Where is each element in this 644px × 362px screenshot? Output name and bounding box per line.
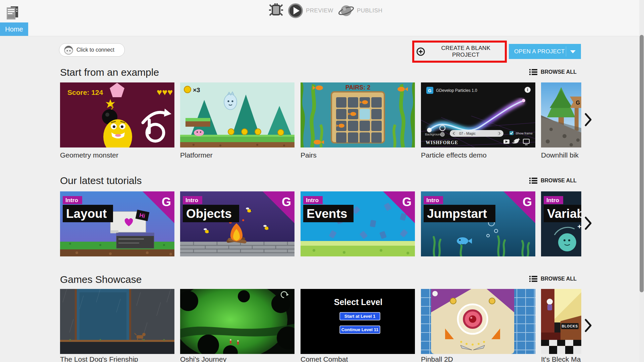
chevron-right-icon: [584, 216, 592, 230]
objects-tutorial-thumbnail: G Intro Objects: [180, 191, 294, 256]
select-level-title: Select Level: [334, 297, 383, 307]
scrollbar-thumb[interactable]: [640, 35, 644, 292]
list-icon: [529, 177, 537, 184]
list-icon: [529, 69, 537, 75]
sign-letter: G: [576, 100, 580, 106]
showcase-next-button[interactable]: [584, 318, 592, 334]
plus-circle-icon: [416, 47, 425, 56]
intro-badge: Intro: [426, 197, 439, 203]
showcase-card-bleck[interactable]: BLOCKS: [541, 289, 581, 354]
gdevelop-logo: G: [282, 195, 291, 209]
bleck-thumbnail: BLOCKS: [541, 289, 581, 354]
chevron-right-icon: [584, 318, 592, 333]
particles-app-title: GDevelop Particles 1.0: [436, 88, 477, 93]
tutorial-card-objects[interactable]: G Intro Objects: [180, 191, 294, 256]
svg-text:i: i: [527, 87, 528, 92]
tutorial-card-layout[interactable]: Hi G Intro Layout: [60, 191, 174, 256]
section-title-examples: Start from an example: [60, 67, 159, 78]
svg-text:♥♥♥: ♥♥♥: [157, 87, 173, 97]
annotation-highlight-box: CREATE A BLANK PROJECT: [412, 41, 507, 63]
stacked-documents-icon: [3, 3, 19, 19]
card-title: It's Bleck Ma: [541, 355, 581, 362]
example-card-pairs[interactable]: PAIRS: 2: [301, 82, 415, 147]
continue-level-button-label: Continue Level 11: [341, 327, 379, 332]
browse-all-label: BROWSE ALL: [541, 276, 577, 282]
showcase-card-comet-combat[interactable]: Select Level Start at Level 1 Continue L…: [301, 289, 415, 354]
browse-all-examples-button[interactable]: BROWSE ALL: [529, 69, 577, 75]
browse-all-tutorials-button[interactable]: BROWSE ALL: [529, 177, 577, 184]
connect-label: Click to connect: [76, 47, 114, 53]
card-title: Platformer: [180, 151, 294, 159]
preset-label: 07 - Magic: [459, 131, 476, 135]
card-title: Comet Combat: [301, 355, 415, 362]
tutorial-word: Variab: [547, 207, 581, 221]
chevron-right-icon: [584, 113, 592, 127]
geometry-monster-thumbnail: Score: 124 ♥♥♥: [60, 82, 174, 147]
showcase-card-oshi[interactable]: [180, 289, 294, 354]
tutorial-word: Events: [307, 207, 347, 221]
browse-all-showcase-button[interactable]: BROWSE ALL: [529, 276, 577, 282]
pairs-thumbnail: PAIRS: 2: [301, 82, 415, 147]
coin-counter-label: ×3: [193, 86, 200, 94]
pairs-header-label: PAIRS: 2: [345, 84, 371, 91]
example-card-geometry-monster[interactable]: Score: 124 ♥♥♥: [60, 82, 174, 147]
jumpstart-tutorial-thumbnail: G Intro Jumpstart: [421, 191, 535, 256]
comet-combat-thumbnail: Select Level Start at Level 1 Continue L…: [301, 289, 415, 354]
card-title: Oshi's Journey: [180, 355, 294, 362]
browse-all-label: BROWSE ALL: [541, 178, 577, 184]
lost-dog-thumbnail: [60, 289, 174, 354]
tab-home[interactable]: Home: [0, 22, 28, 36]
tutorials-next-button[interactable]: [584, 216, 592, 232]
open-project-divider: [566, 47, 566, 56]
showcase-card-pinball[interactable]: [421, 289, 535, 354]
gdevelop-logo: G: [523, 195, 532, 209]
example-card-platformer[interactable]: ×3: [180, 82, 294, 147]
platformer-thumbnail: ×3: [180, 82, 294, 147]
events-tutorial-thumbnail: G Intro Events: [301, 191, 415, 256]
downhill-thumbnail: G: [541, 82, 581, 147]
blocks-sign-label: BLOCKS: [562, 324, 578, 328]
example-card-particle-effects[interactable]: G GDevelop Particles 1.0 i Background 07…: [421, 82, 535, 147]
intro-badge: Intro: [185, 197, 198, 203]
gdevelop-logo: G: [402, 195, 412, 209]
publish-label: PUBLISH: [357, 7, 382, 14]
debugger-button[interactable]: [269, 3, 283, 19]
connect-button[interactable]: Click to connect: [59, 43, 125, 57]
preview-button[interactable]: PREVIEW: [288, 3, 333, 18]
create-blank-project-button[interactable]: CREATE A BLANK PROJECT: [414, 45, 505, 59]
avatar-icon: [64, 46, 73, 55]
tutorial-word: Objects: [186, 207, 232, 221]
tutorials-carousel: Hi G Intro Layout: [60, 191, 581, 256]
browse-all-label: BROWSE ALL: [541, 69, 577, 75]
examples-carousel: Score: 124 ♥♥♥: [60, 82, 581, 163]
chevron-down-icon[interactable]: [570, 50, 576, 53]
tutorial-card-events[interactable]: G Intro Events: [301, 191, 415, 256]
open-project-label: OPEN A PROJECT: [514, 48, 565, 55]
card-title: The Lost Dog's Frienship: [60, 355, 174, 362]
card-title: Particle effects demo: [421, 151, 535, 159]
project-manager-button[interactable]: [3, 3, 19, 21]
intro-badge: Intro: [546, 197, 559, 203]
examples-next-button[interactable]: [584, 113, 592, 128]
pinball-thumbnail: [421, 289, 535, 354]
play-preview-icon: [288, 3, 303, 18]
layout-tutorial-thumbnail: Hi G Intro Layout: [60, 191, 174, 256]
tab-home-label: Home: [5, 25, 23, 33]
section-title-tutorials: Our latest tutorials: [60, 175, 142, 186]
wishforge-brand: WISHFORGE: [426, 140, 458, 145]
intro-badge: Intro: [65, 197, 78, 203]
card-title: Geometry monster: [60, 151, 174, 159]
publish-button[interactable]: PUBLISH: [338, 3, 382, 18]
showcase-card-lost-dog[interactable]: [60, 289, 174, 354]
planet-publish-icon: [338, 3, 354, 18]
example-card-downhill[interactable]: G: [541, 82, 581, 147]
toolbar-center: PREVIEW PUBLISH: [269, 2, 382, 19]
checker-floor: [541, 340, 581, 354]
list-icon: [529, 276, 537, 282]
tutorial-card-jumpstart[interactable]: G Intro Jumpstart: [421, 191, 535, 256]
tutorial-card-variables[interactable]: +1 G Intro Variab: [541, 191, 581, 256]
card-title: Pairs: [301, 151, 415, 159]
tutorial-word: Layout: [66, 207, 107, 221]
svg-text:G: G: [428, 88, 431, 93]
showcase-carousel: Select Level Start at Level 1 Continue L…: [60, 289, 581, 362]
